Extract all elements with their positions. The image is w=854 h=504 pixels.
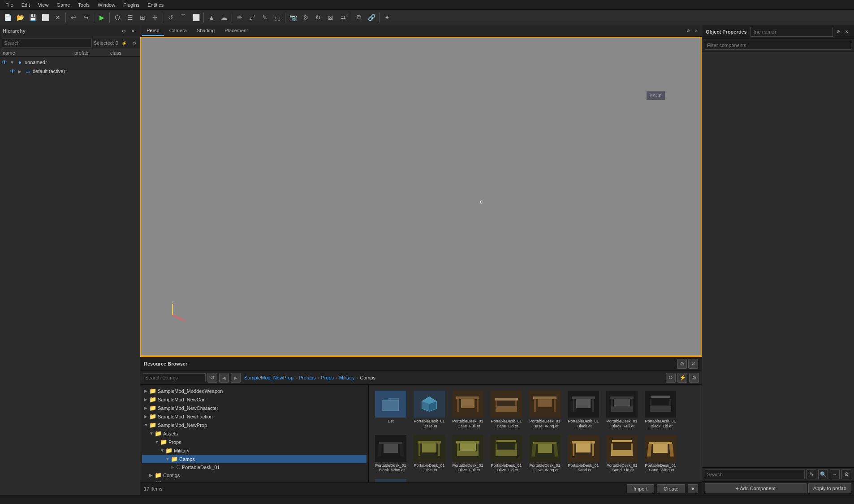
- viewport[interactable]: BACK Y X: [140, 37, 702, 356]
- rb-folder-configs[interactable]: ▶ 📁 Configs: [142, 471, 367, 479]
- asset-item-black-lid[interactable]: PortableDesk_01_Black_Lid.et: [642, 388, 679, 431]
- tab-persp[interactable]: Persp: [142, 26, 164, 36]
- menu-tools[interactable]: Tools: [74, 1, 93, 9]
- rb-folder-assets[interactable]: ▼ 📁 Assets: [142, 429, 367, 438]
- toolbar-new[interactable]: 📄: [2, 12, 13, 23]
- toolbar-list[interactable]: ☰: [124, 12, 136, 23]
- toolbar-play[interactable]: ▶: [96, 12, 108, 23]
- asset-item-sand[interactable]: PortableDesk_01_Sand.et: [565, 433, 602, 475]
- op-settings-btn[interactable]: ⚙: [835, 28, 842, 35]
- rb-folder-newcharacter[interactable]: ▶ 📁 SampleMod_NewCharacter: [142, 404, 367, 412]
- rb-folder-newfaction[interactable]: ▶ 📁 SampleMod_NewFaction: [142, 412, 367, 421]
- menu-entities[interactable]: Entities: [144, 1, 167, 9]
- toolbar-terrain[interactable]: ⌒: [177, 12, 189, 23]
- asset-item-extra-box[interactable]: PortableDesk_01_Sand_Wing.e...: [372, 477, 409, 482]
- toolbar-arrows[interactable]: ⇄: [337, 12, 349, 23]
- menu-window[interactable]: Window: [94, 1, 119, 9]
- hierarchy-filter-btn[interactable]: ⚡: [120, 39, 128, 47]
- toolbar-redo[interactable]: ↪: [80, 12, 92, 23]
- toolbar-paint[interactable]: ✏: [234, 12, 246, 23]
- tab-placement[interactable]: Placement: [220, 26, 252, 36]
- toolbar-split[interactable]: ⊠: [325, 12, 336, 23]
- op-filter-input[interactable]: [705, 41, 851, 50]
- eye-icon-default[interactable]: 👁: [10, 68, 17, 74]
- tree-item-unnamed[interactable]: 👁 ▼ ● unnamed*: [0, 58, 140, 67]
- menu-edit[interactable]: Edit: [18, 1, 34, 9]
- eye-icon-unnamed[interactable]: 👁: [2, 59, 9, 65]
- op-close-btn[interactable]: ✕: [843, 28, 850, 35]
- op-search-btn[interactable]: 🔍: [818, 470, 828, 479]
- asset-item-dst[interactable]: Dst: [372, 388, 409, 431]
- toolbar-mountain[interactable]: ▲: [206, 12, 217, 23]
- rb-folder-moddedweapon[interactable]: ▶ 📁 SampleMod_ModdedWeapon: [142, 387, 367, 395]
- asset-item-black-wing[interactable]: PortableDesk_01_Black_Wing.et: [372, 433, 409, 475]
- op-nav-btn[interactable]: →: [830, 470, 840, 479]
- viewport-close-btn[interactable]: ✕: [693, 27, 700, 34]
- op-name-input[interactable]: [750, 27, 833, 37]
- rb-create-btn[interactable]: Create: [657, 484, 685, 493]
- asset-item-base-lid[interactable]: PortableDesk_01_Base_Lid.et: [488, 388, 525, 431]
- asset-item-olive-full[interactable]: PortableDesk_01_Olive_Full.et: [449, 433, 486, 475]
- rb-folder-camps-active[interactable]: ▼ 📁 Camps: [142, 455, 367, 463]
- toolbar-settings2[interactable]: ⚙: [300, 12, 311, 23]
- toolbar-misc[interactable]: ✦: [381, 12, 393, 23]
- menu-plugins[interactable]: Plugins: [120, 1, 143, 9]
- menu-file[interactable]: File: [2, 1, 17, 9]
- menu-game[interactable]: Game: [53, 1, 73, 9]
- rb-settings-btn[interactable]: ⚙: [677, 359, 687, 369]
- rb-folder-props[interactable]: ▼ 📁 Props: [142, 438, 367, 446]
- rb-folder-newcar[interactable]: ▶ 📁 SampleMod_NewCar: [142, 395, 367, 404]
- rb-search-input[interactable]: [143, 373, 206, 382]
- toggle-unnamed[interactable]: ▼: [10, 60, 16, 65]
- asset-item-black-full[interactable]: PortableDesk_01_Black_Full.et: [604, 388, 640, 431]
- apply-prefab-btn[interactable]: Apply to prefab: [808, 483, 851, 493]
- toolbar-grid[interactable]: ⊞: [137, 12, 148, 23]
- toolbar-undo[interactable]: ↩: [68, 12, 79, 23]
- hierarchy-close-btn[interactable]: ✕: [129, 27, 137, 35]
- tab-camera[interactable]: Camera: [165, 26, 191, 36]
- rb-filter-toggle-btn[interactable]: ⚡: [677, 373, 687, 383]
- breadcrumb-samplemodnewprop[interactable]: SampleMod_NewProp: [244, 375, 293, 380]
- toolbar-rect-select[interactable]: ⬚: [272, 12, 283, 23]
- toolbar-select-rect[interactable]: ⬜: [190, 12, 202, 23]
- tree-item-default[interactable]: 👁 ▶ ▭ default (active)*: [0, 67, 140, 76]
- breadcrumb-prefabs[interactable]: Prefabs: [299, 375, 316, 380]
- menu-view[interactable]: View: [35, 1, 52, 9]
- hierarchy-search-input[interactable]: [2, 39, 92, 47]
- toolbar-move[interactable]: ✛: [149, 12, 161, 23]
- rb-refresh-btn[interactable]: ↺: [666, 373, 676, 383]
- op-search-input[interactable]: [705, 470, 805, 479]
- toolbar-cube[interactable]: ⬡: [112, 12, 123, 23]
- asset-item-base[interactable]: PortableDesk_01_Base.et: [411, 388, 448, 431]
- toolbar-save[interactable]: 💾: [27, 12, 39, 23]
- breadcrumb-props[interactable]: Props: [321, 375, 334, 380]
- toolbar-screenshot[interactable]: 📷: [287, 12, 299, 23]
- toolbar-pen[interactable]: 🖊: [246, 12, 258, 23]
- toolbar-refresh[interactable]: ↻: [312, 12, 324, 23]
- toolbar-link[interactable]: 🔗: [366, 12, 377, 23]
- tab-shading[interactable]: Shading: [192, 26, 219, 36]
- asset-item-olive-lid[interactable]: PortableDesk_01_Olive_Lid.et: [488, 433, 525, 475]
- asset-item-olive[interactable]: PortableDesk_01_Olive.et: [411, 433, 448, 475]
- toolbar-unknown1[interactable]: ⬜: [39, 12, 51, 23]
- rb-nav-fwd-btn[interactable]: ▶: [231, 373, 241, 383]
- rb-sync-btn[interactable]: ↺: [207, 373, 217, 383]
- add-component-btn[interactable]: + Add Component: [705, 483, 807, 493]
- op-options-btn[interactable]: ⚙: [841, 470, 851, 479]
- rb-folder-newprop[interactable]: ▼ 📁 SampleMod_NewProp: [142, 421, 367, 429]
- toolbar-pencil[interactable]: ✎: [259, 12, 271, 23]
- asset-item-base-wing[interactable]: PortableDesk_01_Base_Wing.et: [526, 388, 563, 431]
- toolbar-close[interactable]: ✕: [52, 12, 64, 23]
- toolbar-cloud[interactable]: ☁: [218, 12, 230, 23]
- asset-item-olive-wing[interactable]: PortableDesk_01_Olive_Wing.et: [526, 433, 563, 475]
- op-edit-btn[interactable]: ✎: [807, 470, 816, 479]
- toolbar-rotate-ccw[interactable]: ↺: [165, 12, 177, 23]
- rb-create-dropdown-btn[interactable]: ▼: [688, 484, 698, 493]
- hierarchy-settings-btn[interactable]: ⚙: [120, 27, 128, 35]
- rb-close-btn[interactable]: ✕: [688, 359, 698, 369]
- asset-item-sand-wing[interactable]: PortableDesk_01_Sand_Wing.et: [642, 433, 679, 475]
- toggle-default[interactable]: ▶: [18, 69, 24, 74]
- viewport-settings-btn[interactable]: ⚙: [685, 27, 692, 34]
- asset-item-sand-lid[interactable]: PortableDesk_01_Sand_Lid.et: [604, 433, 640, 475]
- rb-options-btn[interactable]: ⚙: [689, 373, 699, 383]
